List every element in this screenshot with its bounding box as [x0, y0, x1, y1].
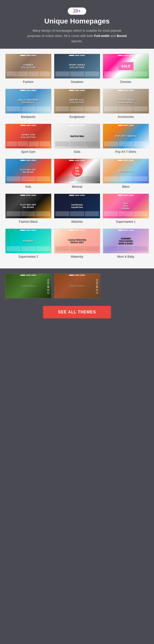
- bikini-overlay-text: Bikini Beach: [118, 169, 133, 173]
- theme-bikini[interactable]: Bikini Beach Bikini: [103, 158, 149, 188]
- coming-soon-1[interactable]: Forest Theme COMING: [5, 274, 52, 298]
- sneakers-label: Sneakers: [71, 80, 83, 84]
- watches-label: Watches: [71, 220, 83, 224]
- sneakers-overlay-text: SPORT SHOESCOLLECTION: [68, 63, 86, 70]
- theme-accessories[interactable]: Summer FashionBags & Baby Accessories: [103, 89, 149, 118]
- see-all-themes-button[interactable]: SEE ALL THEMES: [43, 306, 111, 318]
- theme-popart[interactable]: POP ART T-SHIRTS Pop Art T-Shirts: [103, 124, 149, 154]
- supermarket1-overlay-text: 30%50%SPRING: [120, 201, 131, 211]
- theme-sportgym[interactable]: SPORT GYMCOLLECTION Sport Gym: [5, 124, 52, 154]
- theme-supermarket2[interactable]: RUNNING Supermarket 2: [5, 228, 52, 258]
- suits-label: Suits: [74, 150, 80, 154]
- bottom-section: Forest Theme COMING Rustic Theme COMING …: [0, 268, 154, 326]
- maternity-overlay-text: Luxury MaternityMaison 2017: [67, 238, 87, 244]
- kids-label: Kids: [25, 185, 31, 188]
- theme-kids[interactable]: FLAT 50% OFFON JEANS Kids: [5, 158, 52, 188]
- subtitle-and: and: [109, 34, 117, 38]
- backpacks-label: Backpacks: [21, 115, 36, 118]
- bikini-label: Bikini: [122, 185, 129, 188]
- suits-overlay-text: Suit For Men: [69, 134, 85, 138]
- accessories-label: Accessories: [118, 115, 134, 118]
- sunglasses-overlay-text: WINTER FALLCOLLECTION: [69, 98, 86, 105]
- grid-row-5: FLAT 50% OFFON JEANS Fashion Black Gentl…: [4, 194, 150, 224]
- sportgym-overlay-text: SPORT GYMCOLLECTION: [20, 132, 37, 140]
- grid-row-1: SUMMERCOLLECTION Fashion SPORT SHOESCOLL…: [4, 54, 150, 84]
- minimal-label: Minimal: [72, 185, 82, 188]
- main-title: Unique Homepages: [5, 17, 149, 25]
- backpacks-overlay-text: HELLO WEEKENDBACKPACK: [17, 98, 39, 105]
- bold-boxed: Boxed: [117, 34, 127, 38]
- theme-momanbaby[interactable]: SUMMEROCCASIONSMOM & BABY Mom & Baby: [103, 228, 149, 258]
- grid-row-4: FLAT 50% OFFON JEANS Kids UP TO70% Minim…: [4, 158, 150, 188]
- theme-sunglasses[interactable]: WINTER FALLCOLLECTION Sunglasses: [54, 89, 100, 118]
- minimal-badge: UP TO70%: [72, 166, 83, 177]
- fashion-label: Fashion: [23, 80, 34, 84]
- subtitle: Many design of homepages which is suitab…: [27, 28, 127, 44]
- grid-row-2: HELLO WEEKENDBACKPACK Backpacks WINTER F…: [4, 89, 150, 118]
- supermarket2-overlay-text: RUNNING: [22, 239, 35, 243]
- theme-supermarket1[interactable]: 30%50%SPRING Supermarket 1: [103, 194, 149, 224]
- kids-overlay-text: FLAT 50% OFFON JEANS: [19, 168, 37, 174]
- popart-overlay-text: POP ART T-SHIRTS: [114, 134, 137, 138]
- theme-fashion[interactable]: SUMMERCOLLECTION Fashion: [5, 54, 52, 84]
- header-section: 20+ Unique Homepages Many design of home…: [0, 0, 154, 49]
- popart-label: Pop Art T-Shirts: [115, 150, 136, 154]
- theme-watches[interactable]: GentlemanAquaPrime Watches: [54, 194, 100, 224]
- maternity-label: Maternity: [71, 255, 83, 258]
- badge-20plus: 20+: [68, 8, 86, 15]
- grid-row-6: RUNNING Supermarket 2 Luxury MaternityMa…: [4, 228, 150, 258]
- theme-maternity[interactable]: Luxury MaternityMaison 2017 Maternity: [54, 228, 100, 258]
- themes-grid: SUMMERCOLLECTION Fashion SPORT SHOESCOLL…: [0, 49, 154, 268]
- watches-overlay-text: GentlemanAquaPrime: [70, 202, 84, 210]
- grid-row-3: SPORT GYMCOLLECTION Sport Gym Suit For M…: [4, 124, 150, 154]
- supermarket2-label: Supermarket 2: [19, 255, 38, 258]
- coming-soon-2[interactable]: Rustic Theme COMING: [54, 274, 100, 298]
- accessories-overlay-text: Summer FashionBags & Baby: [115, 98, 136, 105]
- fashion-overlay-text: SUMMERCOLLECTION: [20, 63, 37, 70]
- supermarket1-label: Supermarket 1: [116, 220, 136, 224]
- coming-soon-row: Forest Theme COMING Rustic Theme COMING: [4, 274, 150, 298]
- momanbaby-overlay-text: SUMMEROCCASIONSMOM & BABY: [117, 236, 134, 246]
- theme-fashionblack[interactable]: FLAT 50% OFFON JEANS Fashion Black: [5, 194, 52, 224]
- bold-fullwidth: Full-width: [94, 34, 109, 38]
- subtitle-text2: layouts.: [72, 39, 83, 43]
- coming-text-1: COMING: [47, 278, 50, 294]
- theme-dresses[interactable]: SALE Dresses: [103, 54, 149, 84]
- theme-sneakers[interactable]: SPORT SHOESCOLLECTION Sneakers: [54, 54, 100, 84]
- sunglasses-label: Sunglasses: [69, 115, 85, 118]
- coming1-overlay: Forest Theme: [20, 284, 37, 288]
- dresses-label: Dresses: [120, 80, 131, 84]
- sportgym-label: Sport Gym: [21, 150, 35, 154]
- fashionblack-overlay-text: FLAT 50% OFFON JEANS: [19, 202, 37, 210]
- theme-minimal[interactable]: UP TO70% Minimal: [54, 158, 100, 188]
- fashionblack-label: Fashion Black: [19, 220, 38, 224]
- theme-backpacks[interactable]: HELLO WEEKENDBACKPACK Backpacks: [5, 89, 52, 118]
- coming-text-2: COMING: [95, 278, 98, 294]
- momanbaby-label: Mom & Baby: [117, 255, 134, 258]
- coming2-overlay: Rustic Theme: [69, 284, 85, 288]
- dresses-sale-badge: SALE: [118, 62, 133, 70]
- theme-suits[interactable]: Suit For Men Suits: [54, 124, 100, 154]
